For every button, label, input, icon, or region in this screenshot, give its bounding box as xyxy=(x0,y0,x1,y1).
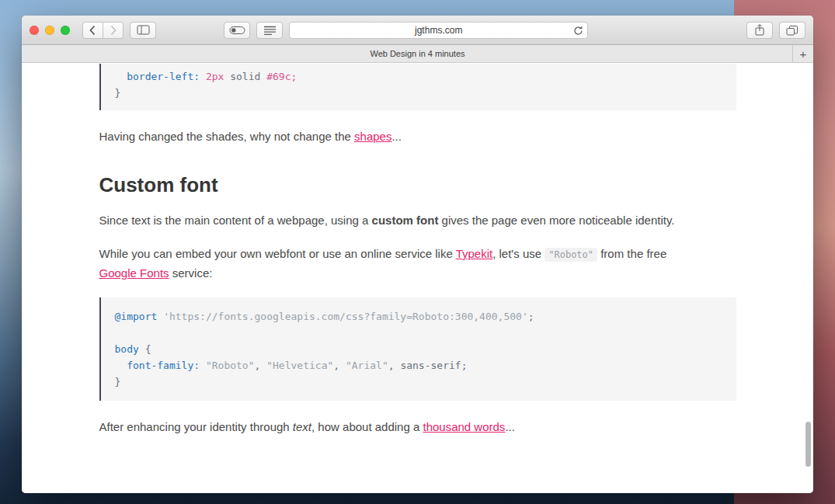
code-token xyxy=(115,71,127,82)
share-icon xyxy=(753,23,766,36)
toolbar-switch-button[interactable] xyxy=(224,22,250,39)
active-tab[interactable]: Web Design in 4 minutes xyxy=(22,45,813,62)
code-line xyxy=(115,325,722,341)
window-titlebar[interactable]: jgthms.com xyxy=(22,16,813,45)
code-token: 2px xyxy=(206,71,224,82)
paragraph-while: While you can embed your own webfont or … xyxy=(99,245,736,282)
chevron-right-icon xyxy=(108,25,118,36)
section-heading: Custom font xyxy=(99,176,736,194)
code-line: font-family: "Roboto", "Helvetica", "Ari… xyxy=(115,357,722,374)
code-token: #69c; xyxy=(266,71,297,82)
code-line: } xyxy=(115,374,722,390)
code-token: font-family: xyxy=(127,360,200,371)
paragraph-since: Since text is the main content of a webp… xyxy=(99,211,736,229)
code-token: } xyxy=(115,376,121,388)
close-button[interactable] xyxy=(30,26,39,35)
text-segment: ... xyxy=(391,130,402,143)
code-token: "Arial" xyxy=(346,360,388,371)
text-segment: , how about adding a xyxy=(311,420,423,433)
traffic-lights xyxy=(30,26,70,35)
text-segment: Since text is the main content of a webp… xyxy=(99,214,372,227)
minimize-button[interactable] xyxy=(45,26,54,35)
code-token: 'https://fonts.googleapis.com/css?family… xyxy=(163,311,528,322)
code-block: border-left: 2px solid #69c;} xyxy=(99,64,736,110)
code-line: @import 'https://fonts.googleapis.com/cs… xyxy=(115,308,722,325)
sidebar-button[interactable] xyxy=(130,22,156,39)
code-token xyxy=(157,311,163,322)
safari-window: jgthms.com Web Design in 4 minutes xyxy=(22,16,813,493)
code-token: "Helvetica" xyxy=(266,360,333,371)
code-token: solid xyxy=(224,71,266,82)
text-segment: ... xyxy=(505,420,515,433)
new-tab-button[interactable]: + xyxy=(792,45,813,62)
sidebar-icon xyxy=(137,25,150,35)
desktop-wallpaper: jgthms.com Web Design in 4 minutes xyxy=(0,0,835,504)
text-segment: service: xyxy=(169,266,213,280)
code-token: "Roboto" xyxy=(206,360,255,371)
code-token: body xyxy=(115,343,139,355)
text-link[interactable]: thousand words xyxy=(423,420,505,433)
code-token: , sans-serif; xyxy=(388,360,468,371)
code-token: { xyxy=(139,343,151,355)
chevron-left-icon xyxy=(88,25,98,36)
text-segment: "Roboto" xyxy=(544,248,597,262)
text-segment: custom font xyxy=(372,214,439,227)
code-token: , xyxy=(255,360,267,371)
tabs-overview-icon xyxy=(786,25,798,36)
text-segment: gives the page even more noticeable iden… xyxy=(438,214,674,227)
share-button[interactable] xyxy=(746,22,773,39)
toolbar-list-button[interactable] xyxy=(256,22,283,39)
code-token: ; xyxy=(528,311,534,322)
code-token xyxy=(115,360,127,371)
scrollbar-thumb[interactable] xyxy=(805,422,811,467)
code-token: @import xyxy=(115,311,158,322)
text-segment: After enhancing your identity through xyxy=(99,420,293,433)
switch-icon xyxy=(229,26,245,35)
paragraph-after: After enhancing your identity through te… xyxy=(99,418,736,436)
code-token: border-left: xyxy=(127,71,200,82)
tab-title: Web Design in 4 minutes xyxy=(370,49,464,58)
forward-button[interactable] xyxy=(103,22,124,39)
back-button[interactable] xyxy=(82,22,103,39)
code-line: } xyxy=(115,85,722,101)
page-content: border-left: 2px solid #69c;} Having cha… xyxy=(22,64,813,493)
text-segment: text xyxy=(293,420,311,433)
text-segment: Having changed the shades, why not chang… xyxy=(99,130,355,143)
tabs-button[interactable] xyxy=(779,22,805,39)
code-block: @import 'https://fonts.googleapis.com/cs… xyxy=(99,297,736,401)
code-token: } xyxy=(115,87,121,99)
zoom-button[interactable] xyxy=(61,26,70,35)
text-link[interactable]: Typekit xyxy=(456,247,493,260)
address-bar[interactable]: jgthms.com xyxy=(289,22,588,39)
nav-buttons xyxy=(82,22,124,39)
paragraph-shades: Having changed the shades, why not chang… xyxy=(99,127,736,145)
code-token xyxy=(200,71,206,82)
tab-bar: Web Design in 4 minutes + xyxy=(22,45,813,63)
text-segment: from the free xyxy=(597,247,666,260)
text-link[interactable]: Google Fonts xyxy=(99,266,169,280)
code-line: border-left: 2px solid #69c; xyxy=(115,68,722,85)
url-text: jgthms.com xyxy=(415,25,462,36)
text-link[interactable]: shapes xyxy=(354,130,391,143)
code-token xyxy=(200,360,206,371)
code-token: , xyxy=(333,360,346,371)
text-segment: , let's use xyxy=(492,247,544,260)
text-segment: While you can embed your own webfont or … xyxy=(99,247,456,260)
lines-icon xyxy=(264,26,276,35)
article: border-left: 2px solid #69c;} Having cha… xyxy=(99,64,736,436)
reload-button[interactable] xyxy=(573,26,583,36)
code-line: body { xyxy=(115,341,722,357)
